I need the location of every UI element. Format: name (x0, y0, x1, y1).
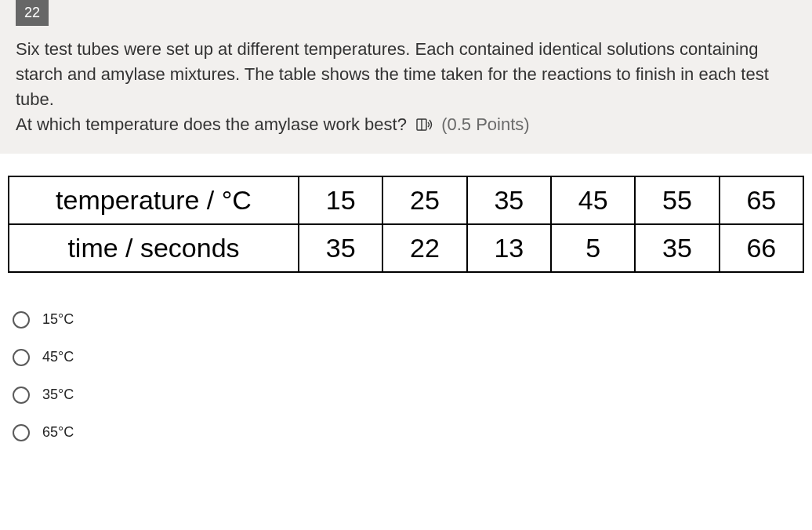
question-body-1: Six test tubes were set up at different … (16, 39, 769, 109)
data-table-container: temperature / °C 15 25 35 45 55 65 time … (0, 154, 812, 287)
cell-temp-0: 15 (299, 176, 382, 224)
radio-icon (13, 387, 30, 404)
option-3[interactable]: 65°C (9, 414, 803, 452)
option-label: 15°C (42, 311, 74, 328)
cell-time-4: 35 (635, 224, 719, 272)
cell-temp-5: 65 (720, 176, 803, 224)
cell-temp-2: 35 (467, 176, 551, 224)
option-label: 45°C (42, 349, 74, 365)
cell-time-5: 66 (720, 224, 803, 272)
immersive-reader-icon[interactable] (416, 114, 433, 140)
question-body-2: At which temperature does the amylase wo… (16, 114, 407, 134)
cell-temp-1: 25 (382, 176, 466, 224)
answer-options: 15°C 45°C 35°C 65°C (0, 287, 812, 459)
option-label: 65°C (42, 424, 74, 441)
question-text: Six test tubes were set up at different … (16, 37, 796, 140)
radio-icon (13, 349, 30, 366)
radio-icon (13, 311, 30, 329)
option-0[interactable]: 15°C (9, 301, 803, 339)
cell-time-3: 5 (551, 224, 635, 272)
cell-temp-4: 55 (635, 176, 719, 224)
question-header: 22 Six test tubes were set up at differe… (0, 0, 812, 154)
row-label-time: time / seconds (9, 224, 299, 272)
cell-time-0: 35 (299, 224, 382, 272)
row-label-temperature: temperature / °C (9, 176, 299, 224)
cell-time-1: 22 (382, 224, 466, 272)
option-2[interactable]: 35°C (9, 376, 803, 414)
question-number-badge: 22 (16, 0, 49, 26)
table-row: time / seconds 35 22 13 5 35 66 (9, 224, 803, 272)
cell-time-2: 13 (467, 224, 551, 272)
cell-temp-3: 45 (551, 176, 635, 224)
option-1[interactable]: 45°C (9, 339, 803, 376)
radio-icon (13, 424, 30, 441)
table-row: temperature / °C 15 25 35 45 55 65 (9, 176, 803, 224)
option-label: 35°C (42, 387, 74, 403)
question-points: (0.5 Points) (441, 114, 530, 134)
data-table: temperature / °C 15 25 35 45 55 65 time … (8, 176, 804, 273)
